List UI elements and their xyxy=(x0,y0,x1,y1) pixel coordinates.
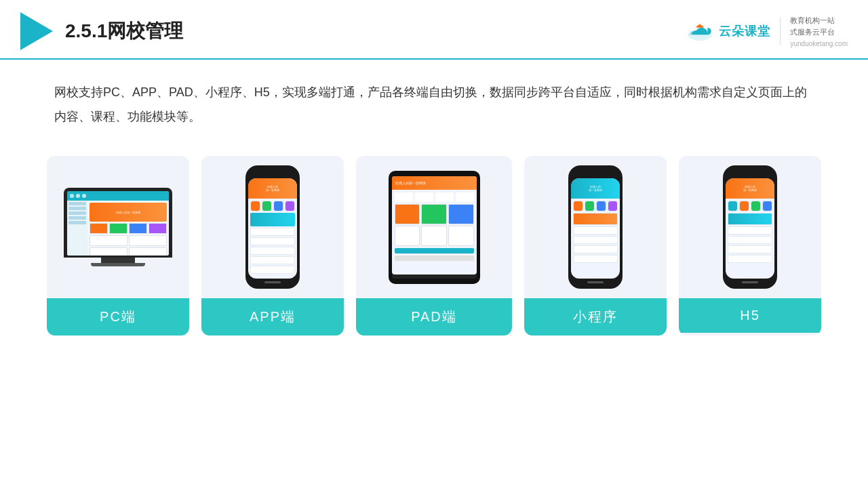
svg-rect-1 xyxy=(696,26,704,28)
brand-slogan-line2: 式服务云平台 xyxy=(790,27,848,37)
page-title: 2.5.1网校管理 xyxy=(65,18,183,44)
brand-name: 云朵课堂 xyxy=(719,23,770,39)
brand-slogan: 教育机构一站 式服务云平台 yunduoketang.com xyxy=(790,16,848,47)
brand-area: 云朵课堂 教育机构一站 式服务云平台 yunduoketang.com xyxy=(685,16,848,47)
card-pad-image: 职通人的第一堂网课 xyxy=(356,156,512,298)
cloud-icon xyxy=(685,20,715,42)
header-left: 2.5.1网校管理 xyxy=(20,12,183,50)
miniprogram-phone-mockup: 职通人的第一堂网课 xyxy=(568,165,623,289)
card-miniprogram: 职通人的第一堂网课 xyxy=(524,156,667,336)
card-app-image: 职通人的第一堂网课 xyxy=(201,156,344,298)
h5-phone-mockup: 职通人的第一堂网课 xyxy=(723,165,777,289)
card-app-label: APP端 xyxy=(201,298,344,336)
card-h5-label: H5 xyxy=(679,298,821,333)
card-h5: 职通人的第一堂网课 xyxy=(679,156,821,336)
card-miniprogram-image: 职通人的第一堂网课 xyxy=(524,156,667,298)
brand-slogan-line1: 教育机构一站 xyxy=(790,16,848,26)
card-miniprogram-label: 小程序 xyxy=(524,298,667,336)
brand-divider xyxy=(780,18,781,45)
card-pc-label: PC端 xyxy=(47,298,189,336)
brand-logo: 云朵课堂 xyxy=(685,20,770,42)
app-phone-mockup: 职通人的第一堂网课 xyxy=(245,165,300,289)
card-h5-image: 职通人的第一堂网课 xyxy=(679,156,821,298)
card-pad: 职通人的第一堂网课 xyxy=(356,156,512,336)
svg-marker-2 xyxy=(696,24,704,26)
card-pc-image: 职通人的第一堂网课 xyxy=(47,156,189,298)
card-pc: 职通人的第一堂网课 xyxy=(47,156,189,336)
header: 2.5.1网校管理 云朵课堂 教育机构一站 式服务云平台 yunduoketan… xyxy=(0,0,868,60)
card-app: 职通人的第一堂网课 xyxy=(201,156,344,336)
tablet-mockup: 职通人的第一堂网课 xyxy=(389,171,480,284)
card-pad-label: PAD端 xyxy=(356,298,512,336)
pc-mockup: 职通人的第一堂网课 xyxy=(64,188,172,266)
brand-domain: yunduoketang.com xyxy=(790,40,848,47)
cards-container: 职通人的第一堂网课 xyxy=(0,142,868,356)
description-text: 网校支持PC、APP、PAD、小程序、H5，实现多端打通，产品各终端自由切换，数… xyxy=(54,80,814,129)
description-block: 网校支持PC、APP、PAD、小程序、H5，实现多端打通，产品各终端自由切换，数… xyxy=(0,60,868,142)
logo-triangle-icon xyxy=(20,12,53,50)
